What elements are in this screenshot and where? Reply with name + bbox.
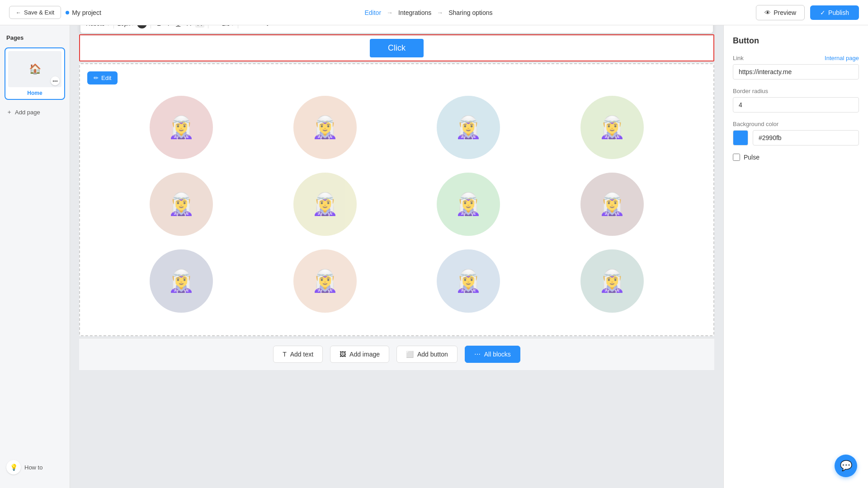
publish-button[interactable]: ✓ Publish xyxy=(810,5,859,20)
avatar-cancer: 🧝‍♀️ xyxy=(580,96,644,159)
avatar-taurus: 🧝‍♀️ xyxy=(293,96,357,159)
image-grid-block: ✏ Edit 🧝‍♀️ 🧝‍♀️ 🧝‍♀️ 🧝‍♀️ 🧝‍♀️ 🧝‍♀️ 🧝‍♀… xyxy=(79,63,714,336)
unordered-list-button[interactable]: ≡ xyxy=(255,25,263,28)
text-icon: T xyxy=(283,351,287,358)
add-button-button[interactable]: ⬜ Add button xyxy=(396,346,458,363)
top-navigation: Save & Exit My project Editor → Integrat… xyxy=(0,0,868,25)
avatar-scorpio: 🧝‍♀️ xyxy=(580,173,644,236)
button-block-container: Roboto ▾ 20px ▾ ＋ B I U A A̶ xyxy=(79,34,714,61)
nav-left: Save & Exit My project xyxy=(9,6,101,19)
chevron-down-icon-3: ▾ xyxy=(231,25,234,27)
italic-style-button[interactable]: 𝐼 xyxy=(264,25,271,28)
bg-color-label: Background color xyxy=(733,121,778,127)
pulse-checkbox[interactable] xyxy=(733,154,740,161)
nav-center: Editor → Integrations → Sharing options xyxy=(101,9,756,16)
avatar-aquarius: 🧝‍♀️ xyxy=(437,249,500,313)
align-left-button[interactable]: ≡ xyxy=(212,25,220,28)
chevron-down-icon: ▾ xyxy=(107,25,110,27)
link-label: Link xyxy=(733,55,744,61)
page-more-button[interactable]: ••• xyxy=(51,76,60,85)
avatar-grid: 🧝‍♀️ 🧝‍♀️ 🧝‍♀️ 🧝‍♀️ 🧝‍♀️ 🧝‍♀️ 🧝‍♀️ 🧝‍♀️ … xyxy=(89,73,704,326)
chat-icon: 💬 xyxy=(840,460,852,472)
sidebar-bottom: 💡 How to xyxy=(5,455,65,479)
text-formatting-toolbar: Roboto ▾ 20px ▾ ＋ B I U A A̶ xyxy=(80,25,713,33)
image-icon: 🖼 xyxy=(340,351,346,358)
avatar-pisces: 🧝‍♀️ xyxy=(580,249,644,313)
avatar-aries: 🧝‍♀️ xyxy=(150,96,213,159)
click-button[interactable]: Click xyxy=(370,39,424,57)
pulse-field: Pulse xyxy=(733,154,859,161)
project-name: My project xyxy=(66,9,101,16)
toolbar-divider-1 xyxy=(113,25,114,28)
arrow-icon: → xyxy=(387,9,393,16)
avatar-capricorn: 🧝‍♀️ xyxy=(293,249,357,313)
link-field: Link Internal page xyxy=(733,55,859,80)
how-to-label: How to xyxy=(24,464,42,471)
preview-button[interactable]: 👁 Preview xyxy=(756,5,805,20)
panel-title: Button xyxy=(733,36,859,46)
avatar-leo: 🧝‍♀️ xyxy=(150,173,213,236)
line-height-control[interactable]: 1.5 ▾ xyxy=(222,25,234,27)
main-canvas: Roboto ▾ 20px ▾ ＋ B I U A A̶ xyxy=(70,25,723,488)
button-block[interactable]: Roboto ▾ 20px ▾ ＋ B I U A A̶ xyxy=(79,34,714,61)
italic-button[interactable]: I xyxy=(165,25,172,28)
chevron-down-icon-2: ▾ xyxy=(131,25,134,27)
avatar-virgo: 🧝‍♀️ xyxy=(293,173,357,236)
toolbar-divider-4 xyxy=(238,25,238,28)
font-size-control[interactable]: 20px ▾ xyxy=(118,25,134,27)
font-selector[interactable]: Roboto ▾ xyxy=(86,25,110,27)
pulse-label: Pulse xyxy=(744,154,760,161)
all-blocks-button[interactable]: ⋯ All blocks xyxy=(465,346,520,363)
page-thumbnail-home[interactable]: 🏠 ••• Home xyxy=(5,47,65,100)
highlight-button[interactable]: A̶ xyxy=(195,25,204,28)
add-block-toolbar: T Add text 🖼 Add image ⬜ Add button ⋯ Al… xyxy=(79,338,714,370)
edit-block-button[interactable]: ✏ Edit xyxy=(87,71,118,84)
right-panel: Button Link Internal page Border radius … xyxy=(723,25,868,488)
add-text-button[interactable]: T Add text xyxy=(273,346,323,363)
avatar-gemini: 🧝‍♀️ xyxy=(437,96,500,159)
toolbar-divider-3 xyxy=(208,25,208,28)
pencil-icon: ✏ xyxy=(94,75,99,81)
background-color-field: Background color xyxy=(733,121,859,145)
border-radius-label: Border radius xyxy=(733,88,768,94)
page-label: Home xyxy=(8,90,61,96)
font-color-button[interactable]: A xyxy=(184,25,193,28)
link-input[interactable] xyxy=(733,64,859,80)
color-hex-input[interactable] xyxy=(753,130,859,145)
home-icon: 🏠 xyxy=(29,63,41,75)
nav-right: 👁 Preview ✓ Publish xyxy=(756,5,859,20)
sidebar: Pages 🏠 ••• Home ＋ Add page 💡 How to xyxy=(0,25,70,488)
toolbar-divider-2 xyxy=(151,25,151,28)
integrations-link[interactable]: Integrations xyxy=(398,9,431,16)
plus-icon: ＋ xyxy=(6,108,12,116)
chat-bubble[interactable]: 💬 xyxy=(835,455,857,477)
add-format-icon[interactable]: ＋ xyxy=(137,25,147,28)
editor-link[interactable]: Editor xyxy=(365,9,382,16)
avatar-libra: 🧝‍♀️ xyxy=(437,173,500,236)
lightbulb-icon[interactable]: 💡 xyxy=(6,460,21,474)
bold-button[interactable]: B xyxy=(155,25,164,28)
check-icon: ✓ xyxy=(820,9,826,16)
preview-icon: 👁 xyxy=(764,9,771,16)
link-type-toggle[interactable]: Internal page xyxy=(825,55,859,61)
arrow-icon-2: → xyxy=(437,9,443,16)
border-radius-input[interactable] xyxy=(733,97,859,113)
project-dot-icon xyxy=(66,11,69,14)
grid-icon: ⋯ xyxy=(474,351,481,358)
underline-button[interactable]: U xyxy=(174,25,183,28)
button-icon: ⬜ xyxy=(406,351,414,358)
save-exit-button[interactable]: Save & Exit xyxy=(9,6,61,19)
border-radius-field: Border radius xyxy=(733,88,859,113)
add-page-button[interactable]: ＋ Add page xyxy=(5,106,65,118)
add-image-button[interactable]: 🖼 Add image xyxy=(330,346,389,363)
sharing-link[interactable]: Sharing options xyxy=(448,9,492,16)
avatar-sagittarius: 🧝‍♀️ xyxy=(150,249,213,313)
ordered-list-button[interactable]: ≔ xyxy=(242,25,253,28)
color-swatch[interactable] xyxy=(733,130,748,145)
sidebar-title: Pages xyxy=(5,34,65,41)
